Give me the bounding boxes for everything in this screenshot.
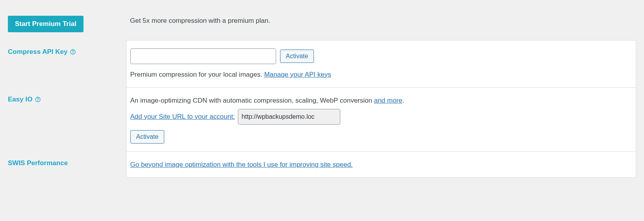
- swis-link[interactable]: Go beyond image optimization with the to…: [130, 161, 353, 168]
- and-more-link[interactable]: and more: [374, 97, 403, 104]
- help-icon[interactable]: [35, 96, 41, 103]
- easy-io-row: Easy IO An image-optimizing CDN with aut…: [8, 88, 636, 152]
- help-icon[interactable]: [70, 49, 76, 55]
- start-premium-trial-button[interactable]: Start Premium Trial: [8, 16, 84, 32]
- premium-description: Get 5x more compression with a premium p…: [130, 17, 270, 24]
- compress-api-key-label: Compress API Key: [8, 48, 76, 56]
- activate-api-key-button[interactable]: Activate: [280, 50, 314, 63]
- activate-easy-io-button[interactable]: Activate: [130, 130, 165, 144]
- api-key-input[interactable]: [130, 48, 276, 64]
- swis-row: SWIS Performance Go beyond image optimiz…: [8, 151, 636, 178]
- compress-api-row: Compress API Key Activate Premium compre…: [8, 40, 636, 88]
- swis-label: SWIS Performance: [8, 159, 68, 167]
- add-site-url-link[interactable]: Add your Site URL to your account:: [130, 112, 235, 122]
- easy-io-label: Easy IO: [8, 96, 41, 103]
- easy-io-desc-post: .: [403, 97, 405, 104]
- easy-io-label-text: Easy IO: [8, 96, 32, 103]
- compress-desc-text: Premium compression for your local image…: [130, 71, 262, 78]
- site-url-input[interactable]: [238, 109, 340, 125]
- svg-point-1: [73, 53, 73, 53]
- easy-io-desc-pre: An image-optimizing CDN with automatic c…: [130, 97, 374, 104]
- premium-row: Start Premium Trial Get 5x more compress…: [8, 8, 636, 40]
- compress-label-text: Compress API Key: [8, 48, 67, 56]
- manage-api-keys-link[interactable]: Manage your API keys: [264, 71, 331, 78]
- svg-point-3: [38, 100, 38, 101]
